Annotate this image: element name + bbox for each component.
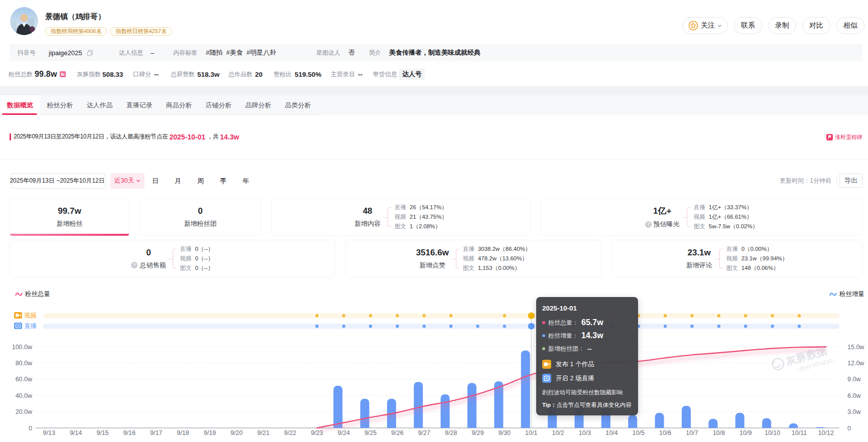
star-icon [688,21,698,31]
live-dot-9/26[interactable] [396,325,399,328]
breakdown-label: 视频 [180,255,191,262]
event-text: 发布 1 个作品 [556,360,594,369]
tab-6[interactable]: 品牌分析 [238,95,279,115]
tab-2[interactable]: 达人作品 [80,95,120,115]
period-option-0[interactable]: 日 [151,177,160,186]
live-dot-10/6[interactable] [664,325,667,328]
bar-9/28[interactable] [441,394,450,428]
quick-range-select[interactable]: 近30天 [110,173,145,189]
tooltip-tip: Tip：点击节点可查看具体变化内容 [542,401,632,409]
video-dot-10/1[interactable] [528,313,535,319]
breakdown-row: 图文5w-7.5w（0.02%） [694,222,758,231]
compare-button[interactable]: 对比 [802,17,830,34]
video-dot-9/28[interactable] [449,314,452,317]
tab-7[interactable]: 品类分析 [278,95,318,115]
live-dot-9/23[interactable] [315,325,318,328]
bar-10/5[interactable] [628,415,637,428]
card-label-text: 新增内容 [354,219,381,228]
x-axis-label: 9/15 [96,429,108,436]
live-dot-9/25[interactable] [369,325,372,328]
avatar [10,7,38,35]
period-option-4[interactable]: 年 [241,177,251,186]
copy-icon[interactable] [87,50,93,56]
video-dot-9/27[interactable] [423,314,426,317]
live-dot-9/28[interactable] [449,325,452,328]
question-icon[interactable]: ? [131,262,138,268]
breakdown-value: 26（54.17%） [410,204,447,211]
live-dot-9/27[interactable] [423,325,426,328]
video-dot-10/11[interactable] [798,314,801,317]
bar-9/27[interactable] [414,382,423,428]
x-axis-label: 10/12 [818,429,834,436]
legend-fans-gain[interactable]: 粉丝增量 [829,290,864,299]
bar-10/9[interactable] [735,413,745,428]
bar-10/10[interactable] [762,418,771,428]
summary-card-row1-2[interactable]: 48新增内容直播26（54.17%）视频21（43.75%）图文1（2.08%） [271,198,531,236]
video-dot-9/25[interactable] [369,314,372,317]
x-axis-label: 9/22 [284,429,296,436]
video-dot-10/7[interactable] [690,314,693,317]
live-dot-10/9[interactable] [744,325,747,328]
period-option-1[interactable]: 月 [173,177,183,186]
summary-card-row2-1[interactable]: 3516.6w新增点赞直播3038.2w（86.40%）视频478.2w（13.… [345,240,601,277]
live-dot-10/1[interactable] [528,323,535,330]
period-option-2[interactable]: 周 [196,177,205,186]
tooltip-date: 2025-10-01 [542,305,632,312]
video-dot-10/8[interactable] [717,314,720,317]
live-dot-10/7[interactable] [690,325,693,328]
fans-trend-icon[interactable] [60,71,66,77]
video-dot-10/6[interactable] [664,314,667,317]
summary-card-row1-1[interactable]: 0新增粉丝团 [140,198,261,236]
question-icon[interactable]: ? [645,221,652,228]
video-dot-9/30[interactable] [503,314,506,317]
card-label: 新增内容 [354,219,381,228]
record-button[interactable]: 录制 [768,17,796,34]
tab-1[interactable]: 粉丝分析 [40,95,80,115]
tab-overview[interactable]: 数据概览 [0,95,40,115]
live-dot-10/8[interactable] [717,325,720,328]
stat-commerce-info: 带货信息 达人号 [373,64,425,84]
milestone-link[interactable]: 涨粉里程碑 [826,133,862,141]
card-breakdown: 直播3038.2w（86.40%）视频478.2w（13.60%）图文1,153… [456,244,531,273]
video-dot-9/26[interactable] [396,314,399,317]
live-dot-10/10[interactable] [771,325,774,328]
tab-5[interactable]: 店铺分析 [199,95,239,115]
x-axis-label: 9/16 [123,429,136,436]
live-dot-9/30[interactable] [503,325,506,328]
profile-info-bar: 抖音号 jipaige2025 达人信息 – 内容标签 #随拍 #美食 #明星八… [10,44,862,61]
period-option-3[interactable]: 季 [218,177,228,186]
video-dot-9/23[interactable] [315,314,318,317]
date-range-picker[interactable]: 2025年09月13日 ~2025年10月12日 [11,173,105,189]
bar-9/24[interactable] [333,386,342,428]
x-axis-label: 9/27 [418,429,430,436]
live-dot-9/29[interactable] [476,325,479,328]
live-dot-9/24[interactable] [342,325,345,328]
tab-4[interactable]: 商品分析 [159,95,199,115]
bar-10/12[interactable] [816,427,825,428]
summary-card-row2-2[interactable]: 23.1w新增评论直播0（0.00%）视频23.1w（99.94%）图文148（… [611,240,862,277]
export-button[interactable]: 导出 [839,174,862,188]
breakdown-label: 图文 [180,264,191,272]
bar-10/11[interactable] [789,423,798,428]
breakdown-value: 0（--） [195,255,213,262]
similar-button[interactable]: 相似 [836,17,864,34]
bar-10/1[interactable] [521,351,530,428]
summary-card-row1-0[interactable]: 99.7w新增粉丝 [10,198,130,236]
card-breakdown: 直播0（0.00%）视频23.1w（99.94%）图文148（0.06%） [719,244,788,273]
summary-card-row2-0[interactable]: 0?总销售额直播0（--）视频0（--）图文0（--） [10,240,335,277]
video-dot-10/9[interactable] [744,314,747,317]
contact-button[interactable]: 联系 [734,17,762,34]
bar-10/8[interactable] [708,419,717,428]
bar-10/7[interactable] [682,406,691,428]
legend-fans-total[interactable]: 粉丝总量 [15,290,50,299]
stat-value: 99.8w [35,70,57,79]
x-axis-label: 9/26 [391,429,403,436]
video-dot-9/24[interactable] [342,314,345,317]
summary-card-row1-3[interactable]: 1亿+?预估曝光直播1亿+（33.37%）视频1亿+（66.61%）图文5w-7… [541,198,862,236]
tab-3[interactable]: 直播记录 [119,95,160,115]
video-dot-10/10[interactable] [771,314,774,317]
bar-10/6[interactable] [655,413,664,428]
follow-button[interactable]: 关注 [682,17,728,34]
live-dot-10/11[interactable] [798,325,801,328]
bar-9/29[interactable] [467,383,476,428]
